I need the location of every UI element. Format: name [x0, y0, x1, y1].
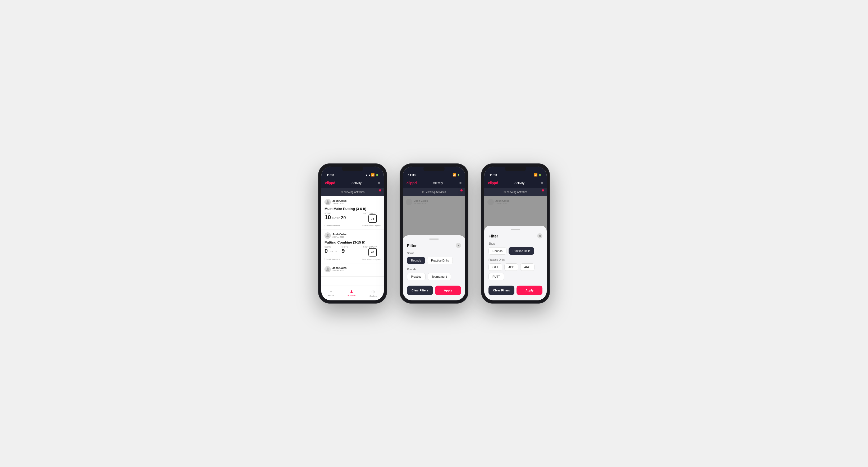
tab-capture[interactable]: ⊕ Capture — [369, 289, 377, 297]
phone-1: 11:33 ▲ ◀ 📶 🔋 clippd Activity ≡ ⊟ Viewin… — [318, 163, 387, 304]
filter-title-2: Filter — [407, 243, 417, 248]
nav-bar-2: clippd Activity ≡ — [403, 178, 465, 188]
tab-home[interactable]: ⌂ Home — [328, 289, 334, 297]
shots-value-2: 9 — [341, 248, 348, 254]
round-buttons-2: Practice Tournament — [407, 273, 461, 280]
out-of-value-1: 20 — [341, 216, 346, 220]
svg-point-1 — [327, 234, 329, 236]
notification-dot-3 — [542, 189, 544, 191]
close-filter-3[interactable]: ✕ — [537, 233, 542, 239]
phones-container: 11:33 ▲ ◀ 📶 🔋 clippd Activity ≡ ⊟ Viewin… — [318, 163, 550, 304]
status-time-3: 11:33 — [490, 174, 497, 177]
activity-list-1: Josh Coles 28 Feb 2023 ··· Must Make Put… — [321, 196, 384, 286]
more-options-2[interactable]: ··· — [377, 234, 380, 238]
more-options-1[interactable]: ··· — [377, 200, 380, 204]
status-icons-3: 📶 🔋 — [534, 173, 541, 177]
out-of-2: OUT OF — [329, 250, 337, 254]
stats-row-1: Score 10 OUT OF 20 Shot Quality 75 — [324, 212, 380, 223]
tab-activities-label: Activities — [347, 294, 356, 297]
tournament-btn-2[interactable]: Tournament — [428, 273, 451, 280]
viewing-text-3: Viewing Activities — [507, 191, 528, 193]
svg-point-2 — [327, 268, 329, 270]
home-icon: ⌂ — [330, 289, 332, 294]
menu-icon-2[interactable]: ≡ — [459, 181, 462, 185]
app-btn[interactable]: APP — [504, 263, 518, 271]
status-time-1: 11:33 — [327, 174, 334, 177]
sheet-handle-2 — [429, 239, 439, 240]
phone-2: 11:33 📶 🔋 clippd Activity ≡ ⊟ Viewing Ac… — [400, 163, 468, 304]
filter-title-3: Filter — [489, 234, 498, 238]
nav-title-1: Activity — [351, 181, 362, 185]
activity-title-1: Must Make Putting (3-6 ft) — [324, 207, 380, 211]
tab-bar-1: ⌂ Home ♟ Activities ⊕ Capture — [321, 286, 384, 301]
apply-btn-3[interactable]: Apply — [517, 286, 542, 295]
notification-dot-2 — [460, 189, 463, 191]
filter-modal-2: Filter ✕ Show Rounds Practice Drills — [403, 196, 465, 301]
status-icons-1: ▲ ◀ 📶 🔋 — [365, 173, 378, 177]
more-options-3[interactable]: ··· — [377, 267, 380, 271]
nav-title-2: Activity — [433, 181, 443, 185]
shot-quality-badge-1: 75 — [368, 214, 377, 223]
user-date-2: 28 Feb 2023 — [333, 236, 346, 238]
status-icons-2: 📶 🔋 — [453, 173, 460, 177]
filter-sheet-3: Filter ✕ Show Rounds Practice Drills — [484, 226, 547, 301]
score-value-2: 0 — [324, 248, 328, 254]
show-label-3: Show — [489, 242, 542, 245]
close-filter-2[interactable]: ✕ — [456, 243, 461, 248]
viewing-banner-3[interactable]: ⊟ Viewing Activities — [484, 188, 547, 196]
viewing-text-2: Viewing Activities — [426, 191, 446, 193]
user-info-1: Josh Coles 28 Feb 2023 — [324, 199, 346, 205]
menu-icon-3[interactable]: ≡ — [541, 181, 543, 185]
nav-bar-3: clippd Activity ≡ — [484, 178, 547, 188]
practice-round-btn-2[interactable]: Practice — [407, 273, 426, 280]
viewing-banner-1[interactable]: ⊟ Viewing Activities — [321, 188, 384, 196]
footer-info-2: ℹ Test Information — [324, 258, 340, 260]
filter-modal-3: Filter ✕ Show Rounds Practice Drills — [484, 196, 547, 301]
nav-bar-1: clippd Activity ≡ — [321, 178, 384, 188]
practice-drills-btn-2[interactable]: Practice Drills — [427, 257, 453, 264]
show-section-2: Show Rounds Practice Drills — [407, 252, 461, 264]
ott-btn[interactable]: OTT — [489, 263, 502, 271]
out-of-1: OUT OF — [332, 217, 340, 220]
filter-icon-2: ⊟ — [422, 191, 424, 193]
activities-icon: ♟ — [350, 289, 353, 294]
tab-home-label: Home — [328, 294, 334, 297]
tab-activities[interactable]: ♟ Activities — [347, 289, 356, 297]
practice-drills-btn-3[interactable]: Practice Drills — [508, 247, 534, 255]
viewing-banner-2[interactable]: ⊟ Viewing Activities — [403, 188, 465, 196]
app-logo-3: clippd — [488, 181, 498, 185]
putt-btn[interactable]: PUTT — [489, 273, 504, 280]
user-name-1: Josh Coles — [333, 199, 346, 202]
clear-filters-btn-3[interactable]: Clear Filters — [489, 286, 515, 295]
footer-data-1: Data: Clippd Capture — [362, 224, 380, 227]
notification-dot-1 — [379, 189, 381, 191]
show-buttons-2: Rounds Practice Drills — [407, 257, 461, 264]
apply-btn-2[interactable]: Apply — [435, 286, 461, 295]
nav-title-3: Activity — [515, 181, 524, 185]
filter-actions-3: Clear Filters Apply — [489, 286, 542, 295]
tab-capture-label: Capture — [369, 295, 377, 297]
drill-buttons-3: OTT APP ARG PUTT — [489, 263, 542, 280]
activity-card-1: Josh Coles 28 Feb 2023 ··· Must Make Put… — [321, 196, 384, 230]
avatar-1 — [324, 199, 331, 205]
clear-filters-btn-2[interactable]: Clear Filters — [407, 286, 433, 295]
user-name-3: Josh Coles — [333, 267, 346, 270]
menu-icon-1[interactable]: ≡ — [378, 181, 380, 185]
status-time-2: 11:33 — [408, 174, 415, 177]
arg-btn[interactable]: ARG — [520, 263, 534, 271]
rounds-section-2: Rounds Practice Tournament — [407, 268, 461, 280]
phone-3: 11:33 📶 🔋 clippd Activity ≡ ⊟ Viewing Ac… — [481, 163, 550, 304]
stats-row-2: Score 0 OUT OF Shots 9 Shot Qua — [324, 246, 380, 256]
shot-quality-badge-2: 45 — [368, 248, 377, 256]
shot-quality-label-1: Shot Quality — [363, 212, 377, 214]
footer-info-1: ℹ Test Information — [324, 224, 340, 227]
filter-actions-2: Clear Filters Apply — [407, 286, 461, 295]
dynamic-island-3 — [505, 166, 526, 172]
activity-card-3: Josh Coles 28 Feb 2023 ··· — [321, 263, 384, 277]
rounds-btn-2[interactable]: Rounds — [407, 257, 425, 264]
dynamic-island-1 — [342, 166, 363, 172]
filter-sheet-2: Filter ✕ Show Rounds Practice Drills — [403, 235, 465, 301]
app-logo-2: clippd — [406, 181, 416, 185]
avatar-3 — [324, 266, 331, 272]
rounds-btn-3[interactable]: Rounds — [489, 247, 506, 255]
